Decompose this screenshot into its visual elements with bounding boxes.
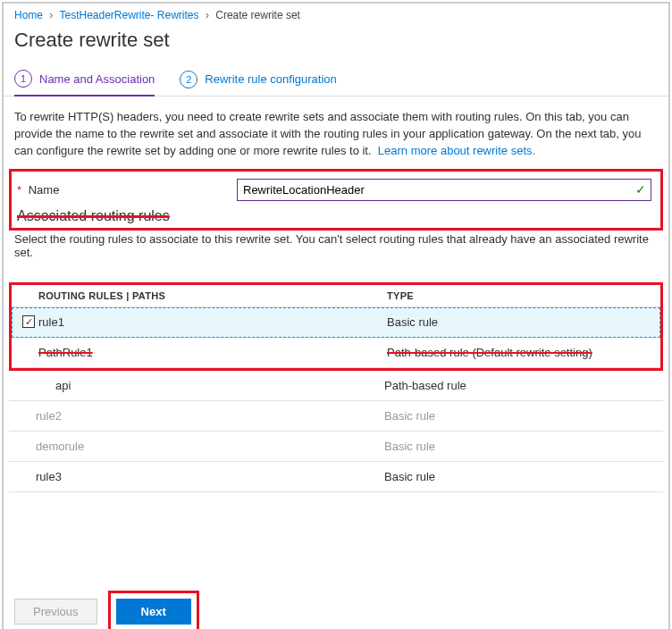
step-number-icon: 1 [14,70,32,88]
rule-type: Basic rule [387,315,438,329]
rule-type: Path-based rule (Default rewrite setting… [387,346,592,359]
rule-name: rule2 [36,409,384,423]
chevron-right-icon: › [206,9,209,21]
breadcrumb-home[interactable]: Home [14,9,43,21]
associated-rules-desc: Select the routing rules to associate to… [4,231,668,270]
table-row: rule2 Basic rule [9,401,663,432]
rule-name: demorule [36,440,384,453]
rule-name: rule1 [38,315,387,329]
rule-name: PathRule1 [38,346,387,359]
breadcrumb-current: Create rewrite set [215,9,300,21]
table-row[interactable]: rule3 Basic rule [9,462,663,492]
next-button[interactable]: Next [116,599,191,625]
associated-rules-title: Associated routing rules [12,208,660,228]
breadcrumb: Home › TestHeaderRewrite- Rewrites › Cre… [4,4,668,25]
rule-type: Path-based rule [384,379,466,392]
checkmark-icon: ✓ [635,183,646,196]
col-header-rules: ROUTING RULES | PATHS [38,290,387,301]
rule-name: api [36,379,384,392]
next-highlight-box: Next [108,591,199,629]
rule-name: rule3 [36,470,384,483]
breadcrumb-parent[interactable]: TestHeaderRewrite- Rewrites [59,9,198,21]
tab-name-association[interactable]: 1 Name and Association [14,70,155,96]
checkbox-icon[interactable]: ✓ [22,315,35,328]
previous-button: Previous [14,599,97,625]
col-header-type: TYPE [387,290,414,301]
rule-type: Basic rule [384,440,435,453]
name-highlight-box: * Name ✓ Associated routing rules [9,169,663,231]
description-text: To rewrite HTTP(S) headers, you need to … [4,96,668,169]
table-row[interactable]: ✓ rule1 Basic rule [12,307,660,338]
routing-rules-table: ROUTING RULES | PATHS TYPE ✓ rule1 Basic… [9,282,663,371]
rule-type: Basic rule [384,470,435,483]
chevron-right-icon: › [49,9,53,21]
name-label: * Name [17,183,237,197]
table-row[interactable]: PathRule1 Path-based rule (Default rewri… [12,338,660,368]
tab-label: Name and Association [39,72,155,86]
rule-type: Basic rule [384,409,435,423]
page-title: Create rewrite set [4,25,668,63]
tab-rewrite-rule-config[interactable]: 2 Rewrite rule configuration [180,70,336,96]
table-row[interactable]: api Path-based rule [9,371,663,401]
table-row: demorule Basic rule [9,432,663,462]
name-input[interactable] [237,179,651,201]
tab-label: Rewrite rule configuration [205,72,336,86]
step-number-icon: 2 [180,71,197,88]
learn-more-link[interactable]: Learn more about rewrite sets. [378,144,535,157]
